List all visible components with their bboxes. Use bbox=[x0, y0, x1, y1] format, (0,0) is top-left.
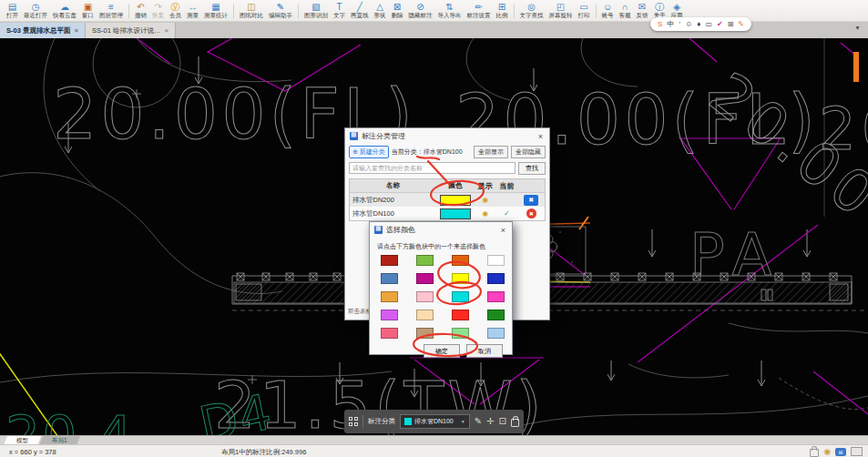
class-color-cell[interactable] bbox=[436, 195, 475, 206]
ime-icon-2[interactable]: ’ bbox=[679, 21, 680, 28]
color-swatch-8[interactable] bbox=[381, 291, 398, 302]
toolbar-icon: ☺ bbox=[603, 2, 612, 12]
color-swatch-15[interactable] bbox=[487, 310, 505, 320]
lock-icon[interactable] bbox=[511, 419, 519, 427]
color-swatch-7[interactable] bbox=[487, 273, 505, 284]
ime-icon-6[interactable]: ✔ bbox=[717, 21, 723, 28]
toolbar-icon: ☁ bbox=[60, 2, 69, 12]
color-swatch[interactable] bbox=[440, 208, 471, 219]
color-swatch-19[interactable] bbox=[487, 328, 505, 339]
ok-button[interactable]: 确定 bbox=[424, 344, 460, 358]
ime-icon-7[interactable]: ⊞ bbox=[728, 21, 734, 28]
color-swatch-3[interactable] bbox=[487, 255, 505, 266]
toolbar-button-打开[interactable]: ▤打开 bbox=[4, 0, 21, 22]
toolbar-button-账号[interactable]: ☺账号 bbox=[599, 0, 617, 22]
table-row[interactable]: 排水管DN200◉✖ bbox=[350, 193, 545, 207]
close-icon[interactable]: × bbox=[165, 26, 169, 35]
color-swatch-1[interactable] bbox=[416, 255, 434, 266]
toolbar-button-画直线[interactable]: ╱画直线 bbox=[348, 0, 372, 22]
toolbar-button-删除[interactable]: ⊠删除 bbox=[389, 0, 406, 22]
cancel-button[interactable]: 取消 bbox=[466, 344, 503, 358]
class-dialog-titlebar[interactable]: 标注分类管理 × bbox=[345, 128, 549, 144]
document-tab[interactable]: S-03 景观排水总平面× bbox=[0, 23, 86, 38]
ime-icon-8[interactable]: ✎ bbox=[738, 21, 744, 28]
color-swatch-14[interactable] bbox=[452, 310, 469, 320]
toolbar-button-图纸对比[interactable]: ◫图纸对比 bbox=[237, 0, 266, 22]
delete-cell[interactable]: ✖ bbox=[517, 195, 545, 206]
toolbar-button-比例[interactable]: ⊞比例 bbox=[494, 0, 511, 22]
toolbar-button-形状[interactable]: △形状 bbox=[372, 0, 389, 22]
class-dropdown[interactable]: 排水管DN100 ▼ bbox=[400, 414, 470, 429]
toolbar-button-导入导出[interactable]: ⇅导入导出 bbox=[435, 0, 465, 22]
color-swatch-12[interactable] bbox=[381, 310, 398, 320]
toolbar-button-快看云盘[interactable]: ☁快看云盘 bbox=[50, 0, 79, 22]
class-color-cell[interactable] bbox=[436, 208, 475, 219]
delete-cell[interactable]: ✖ bbox=[517, 208, 545, 218]
delete-button[interactable]: ✖ bbox=[524, 195, 538, 206]
color-swatch-17[interactable] bbox=[416, 328, 434, 339]
hide-all-button[interactable]: 全部隐藏 bbox=[511, 146, 546, 158]
close-icon[interactable]: × bbox=[499, 226, 507, 235]
color-swatch-10[interactable] bbox=[452, 291, 469, 302]
toolbar-button-标注设置[interactable]: ✏标注设置 bbox=[465, 0, 494, 22]
new-class-button[interactable]: ⊕ 新建分类 bbox=[349, 146, 389, 158]
close-icon[interactable]: × bbox=[74, 26, 78, 35]
toolbar-collapse-icon[interactable]: ▼ bbox=[854, 25, 861, 31]
ime-bar[interactable]: S中’☺♦▭✔⊞✎ bbox=[650, 17, 751, 31]
toolbar-button-图层管理[interactable]: ≡图层管理 bbox=[97, 0, 126, 22]
toolbar-button-测量统计[interactable]: ▦测量统计 bbox=[201, 0, 230, 22]
color-swatch-9[interactable] bbox=[416, 291, 434, 302]
copy-icon[interactable]: ⊡ bbox=[498, 417, 505, 426]
toolbar-button-文字[interactable]: T文字 bbox=[331, 0, 348, 22]
toolbar-button-测量[interactable]: ↔测量 bbox=[184, 0, 201, 22]
show-all-button[interactable]: 全部显示 bbox=[474, 146, 508, 158]
eye-icon[interactable]: ◉ bbox=[823, 447, 831, 456]
document-tab[interactable]: SS-01 给排水设计说…× bbox=[86, 23, 176, 38]
color-swatch-5[interactable] bbox=[416, 273, 434, 284]
delete-button[interactable]: ✖ bbox=[526, 208, 536, 218]
color-swatch[interactable] bbox=[440, 195, 471, 206]
color-swatch-18[interactable] bbox=[452, 328, 469, 339]
toolbar-button-隐藏标注[interactable]: ⊘隐藏标注 bbox=[406, 0, 435, 22]
color-swatch-6[interactable] bbox=[452, 273, 469, 284]
color-swatch-0[interactable] bbox=[381, 255, 398, 266]
visibility-icon[interactable]: ◉ bbox=[475, 196, 496, 204]
visibility-icon[interactable]: ◉ bbox=[475, 209, 496, 218]
class-search-input[interactable] bbox=[349, 162, 516, 174]
toolbar-button-打印[interactable]: ▭打印 bbox=[576, 0, 593, 22]
ime-icon-4[interactable]: ♦ bbox=[697, 21, 700, 28]
ime-icon-0[interactable]: S bbox=[658, 21, 662, 28]
search-button[interactable]: 查找 bbox=[518, 162, 546, 175]
toolbar-label: 文字 bbox=[333, 12, 345, 19]
toolbar-label: 最近打开 bbox=[24, 12, 47, 19]
ime-icon-5[interactable]: ▭ bbox=[705, 21, 712, 28]
edit-icon[interactable]: ✎ bbox=[475, 417, 482, 426]
toolbar-button-窗口[interactable]: ▣窗口 bbox=[79, 0, 97, 22]
toolbar-button-最近打开[interactable]: ◷最近打开 bbox=[21, 0, 50, 22]
cad-label: D4 bbox=[195, 382, 278, 435]
toolbar-button-图形识别[interactable]: ▧图形识别 bbox=[301, 0, 331, 22]
color-swatch-11[interactable] bbox=[487, 291, 505, 302]
ime-icon-3[interactable]: ☺ bbox=[685, 21, 692, 28]
toolbar-button-会员[interactable]: Ⓥ会员 bbox=[167, 0, 184, 22]
close-icon[interactable]: × bbox=[536, 132, 545, 141]
color-swatch-13[interactable] bbox=[416, 310, 434, 320]
screen-icon[interactable]: ⊞ bbox=[835, 448, 846, 456]
table-row[interactable]: 排水管DN100◉✓✖ bbox=[350, 207, 545, 220]
color-swatch-2[interactable] bbox=[452, 255, 469, 266]
grid-icon[interactable] bbox=[349, 417, 358, 426]
ime-icon-1[interactable]: 中 bbox=[667, 21, 674, 28]
toolbar-button-编辑助手[interactable]: ✎编辑助手 bbox=[266, 0, 295, 22]
lock-icon[interactable] bbox=[810, 449, 819, 457]
toolbar-button-客服[interactable]: ∩客服 bbox=[617, 0, 634, 22]
color-swatch-16[interactable] bbox=[381, 328, 398, 339]
color-dialog-titlebar[interactable]: 选择颜色 × bbox=[370, 222, 512, 238]
monitor-icon[interactable] bbox=[851, 447, 863, 456]
toolbar-button-文字查找[interactable]: ◎文字查找 bbox=[517, 0, 546, 22]
move-icon[interactable]: ✛ bbox=[486, 417, 494, 426]
toolbar-button-屏幕旋转[interactable]: ◰屏幕旋转 bbox=[546, 0, 576, 22]
toolbar-button-撤销[interactable]: ↶撤销 bbox=[132, 0, 149, 22]
color-swatch-4[interactable] bbox=[381, 273, 398, 284]
toolbar-button-反馈[interactable]: ✉反馈 bbox=[634, 0, 651, 22]
toolbar-button-恢复[interactable]: ↷恢复 bbox=[149, 0, 167, 22]
